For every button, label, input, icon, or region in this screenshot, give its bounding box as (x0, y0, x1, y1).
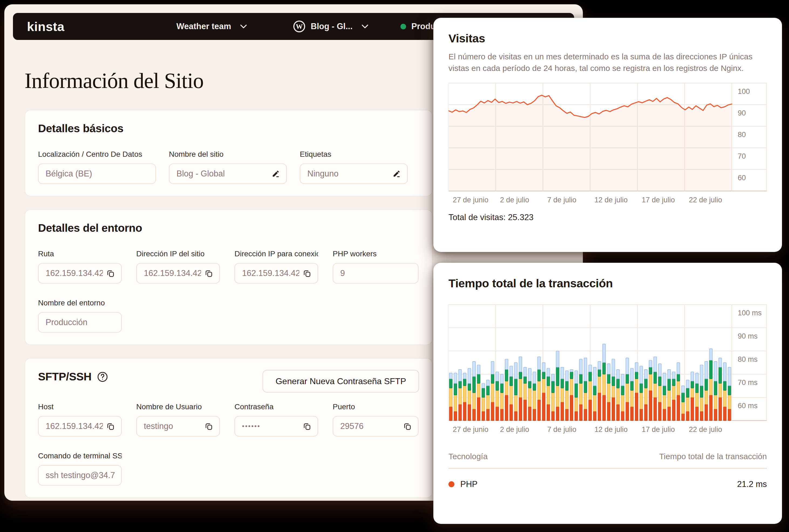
field-label: Nombre del entorno (38, 299, 122, 307)
php-label: PHP (461, 479, 477, 489)
copy-icon[interactable] (107, 422, 115, 430)
path-field[interactable]: 162.159.134.42 (38, 263, 122, 284)
svg-text:22 de julio: 22 de julio (689, 425, 722, 434)
svg-text:90 ms: 90 ms (738, 332, 758, 340)
field-label: Dirección IP del sitio (136, 249, 220, 258)
site-ip-value: 162.159.134.42 (144, 268, 201, 278)
svg-text:27 de junio: 27 de junio (453, 425, 488, 434)
port-field[interactable]: 29576 (333, 416, 418, 437)
field-label: PHP workers (333, 249, 418, 258)
edit-icon[interactable] (393, 170, 401, 178)
svg-text:70 ms: 70 ms (738, 379, 758, 386)
svg-text:7 de julio: 7 de julio (547, 196, 576, 204)
svg-text:70: 70 (738, 152, 746, 160)
path-value: 162.159.134.42 (45, 268, 103, 278)
basic-details-title: Detalles básicos (38, 122, 419, 135)
technology-column-header: Tecnología (449, 452, 488, 461)
environment-details-card: Detalles del entorno Ruta 162.159.134.42… (24, 209, 433, 345)
username-value: testingo (144, 421, 173, 431)
field-external-ip: Dirección IP para conexione 162.159.134.… (234, 249, 318, 284)
field-site-name: Nombre del sitio Blog - Global (169, 150, 287, 184)
host-field[interactable]: 162.159.134.42 (38, 416, 122, 437)
host-value: 162.159.134.42 (45, 421, 103, 431)
password-value: •••••• (242, 422, 260, 430)
site-name-value: Blog - Global (176, 169, 225, 178)
field-label: Puerto (333, 402, 418, 411)
table-divider (449, 468, 767, 469)
svg-text:2 de julio: 2 de julio (500, 425, 529, 434)
svg-text:17 de julio: 17 de julio (642, 196, 675, 204)
field-site-ip: Dirección IP del sitio 162.159.134.42 (136, 249, 220, 284)
svg-text:17 de julio: 17 de julio (642, 425, 675, 434)
field-env-name: Nombre del entorno Producción (38, 299, 122, 332)
location-value: Bélgica (BE) (45, 169, 92, 178)
svg-text:2 de julio: 2 de julio (500, 196, 529, 204)
ssh-command-field[interactable]: ssh testingo@34.7... (38, 465, 122, 486)
field-label: Nombre del sitio (169, 150, 287, 159)
svg-text:60 ms: 60 ms (738, 402, 758, 410)
external-ip-field[interactable]: 162.159.134.42 (234, 263, 318, 284)
site-name-field[interactable]: Blog - Global (169, 164, 287, 184)
field-label: Contraseña (234, 402, 318, 411)
field-host: Host 162.159.134.42 (38, 402, 122, 437)
php-workers-value: 9 (340, 268, 345, 278)
basic-details-card: Detalles básicos Localización / Centro D… (24, 110, 433, 196)
field-path: Ruta 162.159.134.42 (38, 249, 122, 284)
field-label: Localización / Centro De Datos (38, 150, 156, 159)
sftp-ssh-card: SFTP/SSH Generar Nueva Contraseña SFTP H… (24, 358, 433, 498)
ssh-command-value: ssh testingo@34.7... (45, 471, 115, 480)
svg-text:7 de julio: 7 de julio (547, 425, 576, 434)
transaction-time-value: 21.2 ms (737, 479, 767, 489)
copy-icon[interactable] (205, 422, 213, 430)
svg-text:80: 80 (738, 131, 746, 139)
environment-details-title: Detalles del entorno (38, 222, 419, 234)
field-ssh-command: Comando de terminal SSH ssh testingo@34.… (38, 452, 122, 486)
tags-field[interactable]: Ninguno (300, 164, 408, 184)
field-label: Comando de terminal SSH (38, 452, 122, 460)
password-field[interactable]: •••••• (234, 416, 318, 437)
visits-line-chart: 1009080706027 de junio2 de julio7 de jul… (449, 80, 767, 208)
generate-sftp-password-button[interactable]: Generar Nueva Contraseña SFTP (263, 370, 419, 393)
svg-text:12 de julio: 12 de julio (595, 196, 628, 204)
field-tags: Etiquetas Ninguno (300, 150, 408, 184)
transaction-time-column-header: Tiempo total de la transacción (659, 452, 767, 461)
environment-name-field[interactable]: Producción (38, 312, 122, 332)
field-php-workers: PHP workers 9 (333, 249, 418, 284)
technology-table-header: Tecnología Tiempo total de la transacció… (449, 452, 767, 461)
transaction-time-bar-chart: 100 ms90 ms80 ms70 ms60 ms27 de junio2 d… (449, 301, 767, 444)
field-label: Host (38, 402, 122, 411)
copy-icon[interactable] (107, 269, 115, 277)
php-workers-field[interactable]: 9 (333, 263, 418, 284)
php-legend-dot (449, 481, 454, 487)
visits-card: Visitas El número de visitas en un mes d… (433, 18, 782, 252)
svg-text:12 de julio: 12 de julio (595, 425, 628, 434)
svg-text:100 ms: 100 ms (738, 309, 762, 317)
visits-title: Visitas (449, 32, 767, 45)
svg-text:60: 60 (738, 174, 746, 182)
copy-icon[interactable] (303, 422, 311, 430)
username-field[interactable]: testingo (136, 416, 220, 437)
location-field[interactable]: Bélgica (BE) (38, 164, 156, 184)
table-row: PHP 21.2 ms (449, 479, 767, 489)
environment-name-value: Producción (45, 318, 88, 327)
site-ip-field[interactable]: 162.159.134.42 (136, 263, 220, 284)
field-label: Ruta (38, 249, 122, 258)
field-port: Puerto 29576 (333, 402, 418, 437)
external-ip-value: 162.159.134.42 (242, 268, 299, 278)
technology-cell: PHP (449, 479, 477, 489)
copy-icon[interactable] (403, 422, 412, 430)
help-icon[interactable] (97, 371, 108, 382)
svg-text:80 ms: 80 ms (738, 355, 758, 363)
visits-total: Total de visitas: 25.323 (449, 213, 767, 222)
edit-icon[interactable] (272, 170, 280, 178)
svg-text:100: 100 (738, 88, 750, 95)
page-title: Información del Sitio (24, 69, 433, 93)
field-label: Etiquetas (300, 150, 408, 159)
sftp-ssh-title-text: SFTP/SSH (38, 370, 92, 383)
field-username: Nombre de Usuario testingo (136, 402, 220, 437)
svg-text:22 de julio: 22 de julio (689, 196, 722, 204)
copy-icon[interactable] (303, 269, 311, 277)
copy-icon[interactable] (205, 269, 213, 277)
transaction-time-title: Tiempo total de la transacción (449, 277, 767, 290)
field-label: Nombre de Usuario (136, 402, 220, 411)
